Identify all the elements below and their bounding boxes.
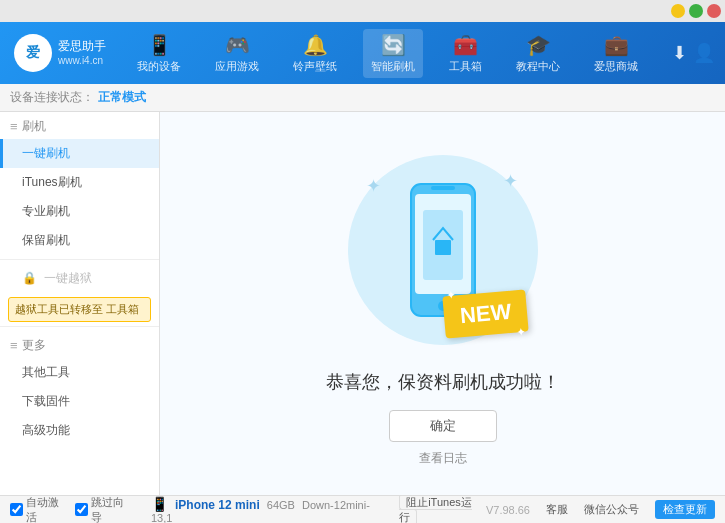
status-value: 正常模式	[98, 89, 146, 106]
confirm-button[interactable]: 确定	[389, 410, 497, 442]
sidebar-item-one-click-flash[interactable]: 一键刷机	[0, 139, 159, 168]
nav-ringtone[interactable]: 🔔 铃声壁纸	[285, 29, 345, 78]
sparkle-topright: ✦	[503, 170, 518, 192]
other-tools-label: 其他工具	[22, 365, 70, 379]
minimize-btn[interactable]	[671, 4, 685, 18]
tutorial-icon: 🎓	[526, 33, 551, 57]
close-btn[interactable]	[707, 4, 721, 18]
nav-store[interactable]: 💼 爱思商城	[586, 29, 646, 78]
svg-rect-5	[435, 240, 451, 255]
ringtone-icon: 🔔	[303, 33, 328, 57]
sidebar-item-pro-flash[interactable]: 专业刷机	[0, 197, 159, 226]
maximize-btn[interactable]	[689, 4, 703, 18]
sidebar-item-itunes-flash[interactable]: iTunes刷机	[0, 168, 159, 197]
section1-label: 刷机	[22, 118, 46, 135]
user-btn[interactable]: 👤	[693, 42, 715, 64]
device-info: 📱 iPhone 12 mini 64GB Down-12mini-13,1	[151, 496, 381, 524]
main-layout: ≡ 刷机 一键刷机 iTunes刷机 专业刷机 保留刷机 🔒 一键越狱 越狱工具…	[0, 112, 725, 495]
smart-flash-icon: 🔄	[381, 33, 406, 57]
nav-app-games[interactable]: 🎮 应用游戏	[207, 29, 267, 78]
sidebar-section-flash: ≡ 刷机	[0, 112, 159, 139]
sidebar-item-jailbreak-disabled: 🔒 一键越狱	[0, 264, 159, 293]
show-log-link[interactable]: 查看日志	[419, 450, 467, 467]
logo-line2: www.i4.cn	[58, 54, 106, 68]
toolbox-icon: 🧰	[453, 33, 478, 57]
nav-label-app-games: 应用游戏	[215, 59, 259, 74]
pro-flash-label: 专业刷机	[22, 204, 70, 218]
phone-illustration: ✦ ✦ NEW	[343, 140, 543, 360]
nav-bar: 📱 我的设备 🎮 应用游戏 🔔 铃声壁纸 🔄 智能刷机 🧰 工具箱 🎓 教程中心…	[120, 29, 655, 78]
itunes-notice-label: 阻止iTunes运行	[399, 494, 472, 524]
content-area: ✦ ✦ NEW 恭喜您，保资料刷机成功啦！	[160, 112, 725, 495]
sidebar: ≡ 刷机 一键刷机 iTunes刷机 专业刷机 保留刷机 🔒 一键越狱 越狱工具…	[0, 112, 160, 495]
logo-text: 爱思助手 www.i4.cn	[58, 38, 106, 69]
logo-area: 爱 爱思助手 www.i4.cn	[0, 34, 120, 72]
skip-wizard-checkbox[interactable]: 跳过向导	[75, 495, 132, 524]
advanced-label: 高级功能	[22, 423, 70, 437]
new-badge: NEW	[443, 289, 530, 338]
update-button[interactable]: 检查更新	[655, 500, 715, 519]
logo-circle: 爱	[14, 34, 52, 72]
auto-activate-input[interactable]	[10, 503, 23, 516]
section2-label: 更多	[22, 337, 46, 354]
sidebar-item-other-tools[interactable]: 其他工具	[0, 358, 159, 387]
download-firmware-label: 下载固件	[22, 394, 70, 408]
new-badge-text: NEW	[459, 299, 512, 328]
status-bar: 设备连接状态： 正常模式	[0, 84, 725, 112]
logo-line1: 爱思助手	[58, 38, 106, 55]
jailbreak-label: 一键越狱	[44, 271, 92, 285]
sidebar-item-save-flash[interactable]: 保留刷机	[0, 226, 159, 255]
skip-wizard-input[interactable]	[75, 503, 88, 516]
more-section-icon: ≡	[10, 338, 18, 353]
bottom-bar: 自动激活 跳过向导 📱 iPhone 12 mini 64GB Down-12m…	[0, 495, 725, 523]
device-capacity: 64GB	[267, 499, 298, 511]
nav-label-my-device: 我的设备	[137, 59, 181, 74]
device-icon: 📱	[151, 496, 168, 512]
wechat-link[interactable]: 微信公众号	[584, 502, 639, 517]
update-btn-label: 检查更新	[663, 503, 707, 515]
bottom-left: 自动激活 跳过向导 📱 iPhone 12 mini 64GB Down-12m…	[10, 495, 486, 524]
auto-activate-label: 自动激活	[26, 495, 67, 524]
success-message: 恭喜您，保资料刷机成功啦！	[326, 372, 560, 392]
service-link[interactable]: 客服	[546, 502, 568, 517]
show-log-text: 查看日志	[419, 451, 467, 465]
warning-text: 越狱工具已转移至 工具箱	[15, 303, 139, 315]
store-icon: 💼	[604, 33, 629, 57]
header: 爱 爱思助手 www.i4.cn 📱 我的设备 🎮 应用游戏 🔔 铃声壁纸 🔄 …	[0, 22, 725, 84]
nav-smart-flash[interactable]: 🔄 智能刷机	[363, 29, 423, 78]
flash-section-icon: ≡	[10, 119, 18, 134]
nav-label-smart-flash: 智能刷机	[371, 59, 415, 74]
nav-my-device[interactable]: 📱 我的设备	[129, 29, 189, 78]
my-device-icon: 📱	[147, 33, 172, 57]
svg-rect-2	[431, 186, 455, 190]
sidebar-divider-2	[0, 326, 159, 327]
logo-icon: 爱	[26, 44, 40, 62]
sidebar-divider-1	[0, 259, 159, 260]
one-click-flash-label: 一键刷机	[22, 146, 70, 160]
header-right: ⬇ 👤	[655, 42, 725, 64]
download-btn[interactable]: ⬇	[672, 42, 687, 64]
device-name: iPhone 12 mini	[175, 498, 260, 512]
nav-tutorial[interactable]: 🎓 教程中心	[508, 29, 568, 78]
nav-label-store: 爱思商城	[594, 59, 638, 74]
title-bar	[0, 0, 725, 22]
auto-activate-checkbox[interactable]: 自动激活	[10, 495, 67, 524]
nav-label-toolbox: 工具箱	[449, 59, 482, 74]
nav-toolbox[interactable]: 🧰 工具箱	[441, 29, 490, 78]
success-text: 恭喜您，保资料刷机成功啦！	[326, 370, 560, 394]
save-flash-label: 保留刷机	[22, 233, 70, 247]
confirm-btn-label: 确定	[430, 418, 456, 433]
itunes-flash-label: iTunes刷机	[22, 175, 82, 189]
sidebar-item-advanced[interactable]: 高级功能	[0, 416, 159, 445]
status-label: 设备连接状态：	[10, 89, 94, 106]
skip-wizard-label: 跳过向导	[91, 495, 132, 524]
sparkle-topleft: ✦	[366, 175, 381, 197]
capacity-text: 64GB	[267, 499, 295, 511]
sidebar-item-download-firmware[interactable]: 下载固件	[0, 387, 159, 416]
nav-label-ringtone: 铃声壁纸	[293, 59, 337, 74]
sidebar-section-more: ≡ 更多	[0, 331, 159, 358]
nav-label-tutorial: 教程中心	[516, 59, 560, 74]
version-text: V7.98.66	[486, 504, 530, 516]
itunes-notice-box: 阻止iTunes运行	[399, 495, 486, 524]
app-games-icon: 🎮	[225, 33, 250, 57]
